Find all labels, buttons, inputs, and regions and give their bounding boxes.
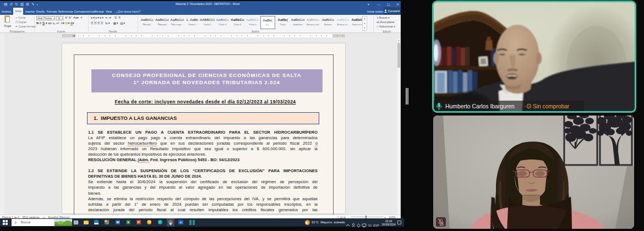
- svg-text:G): G): [368, 224, 372, 227]
- svg-text:·: ·: [524, 103, 526, 109]
- svg-text:Humberto Carlos Ibarguren: Humberto Carlos Ibarguren: [445, 103, 515, 109]
- svg-text:Sin comprobar: Sin comprobar: [533, 103, 570, 109]
- svg-text:ESP: ESP: [373, 224, 379, 227]
